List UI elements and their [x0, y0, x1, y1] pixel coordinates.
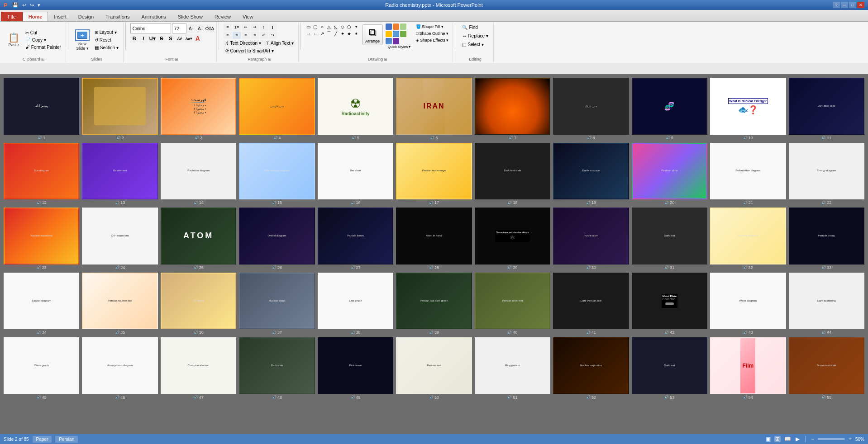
slide-item[interactable]: بسم الله🔊 1 [4, 78, 79, 140]
connector-shape[interactable]: ⌒ [326, 30, 332, 37]
decrease-indent-button[interactable]: ⇐ [242, 24, 250, 31]
slide-item[interactable]: Dark text🔊 31 [632, 208, 707, 270]
slide-item[interactable]: Persian neutron text🔊 35 [82, 273, 157, 335]
slide-thumbnail[interactable]: Brown text slide [789, 337, 864, 394]
slide-item[interactable]: Bar chart🔊 16 [318, 143, 393, 205]
font-name-input[interactable] [130, 24, 171, 33]
star5-shape[interactable]: ★ [346, 30, 353, 37]
slide-thumbnail[interactable]: Dark text slide [475, 143, 550, 200]
slide-thumbnail[interactable]: 🧬 [632, 78, 707, 135]
slide-thumbnail[interactable]: فهرست:• محتوا ۱• محتوا ۲• محتوا ۳ [161, 78, 236, 135]
slide-item[interactable]: Wave diagram🔊 43 [710, 273, 786, 335]
select-button[interactable]: ⬚ Select ▾ [460, 41, 490, 48]
slide-thumbnail[interactable]: Particle beam [318, 208, 393, 265]
pentagon-shape[interactable]: ⬠ [346, 24, 353, 30]
slide-thumbnail[interactable]: Orbital diagram [239, 208, 315, 265]
slide-thumbnail[interactable]: C+H equations [82, 208, 157, 265]
line-spacing-button[interactable]: ↕ [260, 24, 268, 31]
slide-thumbnail[interactable]: Light scattering [789, 273, 864, 330]
slide-item[interactable]: Brown text slide🔊 55 [789, 337, 864, 400]
tab-view[interactable]: View [237, 12, 259, 21]
slide-item[interactable]: Particle decay🔊 33 [789, 208, 864, 270]
shape-fill-button[interactable]: 🪣 Shape Fill ▾ [415, 24, 450, 30]
zoom-in-button[interactable]: + [848, 436, 853, 442]
shape-effects-button[interactable]: ◈ Shape Effects ▾ [415, 37, 450, 43]
customize-qa-button[interactable]: ▾ [37, 2, 41, 8]
slide-thumbnail[interactable]: Dark text [632, 337, 707, 394]
strikethrough-button[interactable]: S [157, 34, 166, 43]
tab-design[interactable]: Design [72, 12, 100, 21]
slide-item[interactable]: 3D figure🔊 36 [161, 273, 236, 335]
style-purple[interactable] [393, 38, 399, 44]
slide-item[interactable]: Persian text🔊 50 [396, 337, 472, 400]
rounded-rect-shape[interactable]: ▢ [312, 24, 319, 30]
slide-item[interactable]: ☢Radioactivity🔊 5 [318, 78, 393, 140]
curved-arrow-shape[interactable]: ↗ [319, 30, 325, 37]
slide-item[interactable]: Positron slide🔊 20 [632, 143, 707, 205]
align-left-button[interactable]: ≡ [224, 32, 232, 39]
style-grad[interactable] [386, 38, 392, 44]
left-arrow-shape[interactable]: ← [312, 30, 319, 37]
slide-item[interactable]: Nuclear diagram🔊 32 [710, 208, 786, 270]
section-button[interactable]: ▦ Section ▾ [93, 44, 120, 51]
diamond-shape[interactable]: ◇ [339, 24, 346, 30]
slide-item[interactable]: Structure within the Atom⚛🔊 29 [475, 208, 550, 270]
rtl-button[interactable]: ↶ [260, 32, 268, 39]
align-right-button[interactable]: ≡ [242, 32, 250, 39]
slide-thumbnail[interactable]: 3D figure [161, 273, 236, 330]
slide-thumbnail[interactable]: Structure within the Atom⚛ [475, 208, 550, 265]
find-button[interactable]: 🔍 Find [460, 24, 490, 31]
slide-item[interactable]: Wave graph🔊 45 [4, 337, 79, 400]
slide-thumbnail[interactable]: Nuclear equations [4, 208, 79, 265]
slide-item[interactable]: Dark text slide🔊 18 [475, 143, 550, 205]
slide-item[interactable]: Purple atom🔊 30 [553, 208, 629, 270]
slide-item[interactable]: Dark slide🔊 48 [239, 337, 315, 400]
columns-button[interactable]: ⫿ [269, 24, 277, 31]
zoom-slider[interactable] [818, 438, 845, 440]
slide-thumbnail[interactable]: Persian olive text [475, 273, 550, 330]
slide-item[interactable]: Particle beam🔊 27 [318, 208, 393, 270]
decrease-font-button[interactable]: A↓ [196, 24, 205, 33]
format-painter-button[interactable]: 🖌 Format Painter [24, 44, 63, 51]
clear-format-button[interactable]: ⌫A [205, 24, 214, 33]
right-triangle-shape[interactable]: ◺ [333, 24, 339, 30]
tab-review[interactable]: Review [209, 12, 237, 21]
slide-item[interactable]: Metal PlateCollector🔊 42 [632, 273, 707, 335]
slide-item[interactable]: فهرست:• محتوا ۱• محتوا ۲• محتوا ۳🔊 3 [161, 78, 236, 140]
more-shapes[interactable]: ▾ [353, 24, 359, 30]
slide-item[interactable]: C+H equations🔊 24 [82, 208, 157, 270]
slide-thumbnail[interactable]: Nuclear diagram [710, 208, 786, 265]
new-slide-button[interactable]: + NewSlide ▾ [73, 28, 92, 52]
slide-thumbnail[interactable]: Persian text [396, 337, 472, 394]
restore-button[interactable]: □ [849, 2, 856, 8]
underline-button[interactable]: U▾ [148, 34, 157, 43]
replace-button[interactable]: ↔ Replace ▾ [460, 32, 490, 40]
slide-item[interactable]: Light scattering🔊 44 [789, 273, 864, 335]
slide-item[interactable]: Persian olive text🔊 40 [475, 273, 550, 335]
align-center-button[interactable]: ≡ [233, 32, 241, 39]
style-green2[interactable] [400, 31, 406, 37]
slide-item[interactable]: Nuclear cloud🔊 37 [239, 273, 315, 335]
slide-thumbnail[interactable]: Persian text dark green [396, 273, 472, 330]
numbering-button[interactable]: 1≡ [233, 24, 241, 31]
normal-view-button[interactable]: ▣ [765, 436, 772, 442]
close-button[interactable]: ✕ [857, 2, 864, 8]
slide-item[interactable]: Nuclear equations🔊 23 [4, 208, 79, 270]
slideshow-view-button[interactable]: ▶ [795, 436, 801, 442]
slide-thumbnail[interactable]: Radiation diagram [161, 143, 236, 200]
slide-item[interactable]: Orbital diagram🔊 26 [239, 208, 315, 270]
slide-thumbnail[interactable]: Film [710, 337, 786, 394]
slide-item[interactable]: Compton electron🔊 47 [161, 337, 236, 400]
slide-item[interactable]: Atom proton diagram🔊 46 [82, 337, 157, 400]
redo-button[interactable]: ↪ [29, 2, 35, 8]
line-shape[interactable]: ╱ [333, 30, 339, 37]
slide-item[interactable]: Nuclear explosion🔊 52 [553, 337, 629, 400]
tab-insert[interactable]: Insert [48, 12, 72, 21]
slide-item[interactable]: 🔊 7 [475, 78, 550, 140]
slide-thumbnail[interactable]: Positron slide [632, 143, 707, 200]
slide-thumbnail[interactable]: متن تاریک [553, 78, 629, 135]
tab-transitions[interactable]: Transitions [100, 12, 135, 21]
rect-shape[interactable]: ▭ [305, 24, 312, 30]
slide-thumbnail[interactable]: Energy diagram [789, 143, 864, 200]
slide-item[interactable]: Dark blue slide🔊 11 [789, 78, 864, 140]
